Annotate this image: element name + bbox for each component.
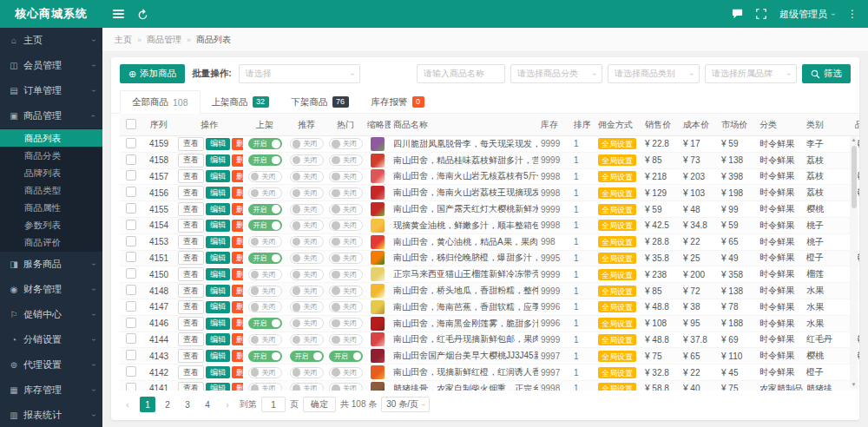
select-all-checkbox[interactable] — [126, 119, 136, 129]
view-button[interactable]: 查看 — [178, 284, 204, 298]
toggle-switch[interactable]: 关闭 — [290, 301, 324, 312]
edit-button[interactable]: 编辑 — [206, 333, 230, 345]
product-thumbnail[interactable] — [371, 332, 385, 346]
edit-button[interactable]: 编辑 — [206, 268, 230, 280]
sidebar-item-reports[interactable]: ▥报表统计› — [0, 403, 102, 427]
sidebar-item-orders[interactable]: ▤订单管理› — [0, 78, 102, 103]
product-thumbnail[interactable] — [371, 267, 385, 281]
product-thumbnail[interactable] — [371, 235, 385, 249]
edit-button[interactable]: 编辑 — [206, 203, 230, 215]
toggle-switch[interactable]: 关闭 — [248, 286, 282, 297]
goto-page-input[interactable]: 1 — [261, 397, 286, 412]
commission-badge[interactable]: 全局设置 — [598, 301, 636, 312]
delete-button[interactable]: 删除 — [232, 285, 243, 297]
row-checkbox[interactable] — [126, 252, 136, 262]
table-scrollbar[interactable]: ▲ ▼ — [850, 136, 858, 389]
edit-button[interactable]: 编辑 — [206, 170, 230, 182]
view-button[interactable]: 查看 — [178, 382, 204, 391]
toggle-switch[interactable]: 开启 — [248, 220, 282, 231]
toggle-switch[interactable]: 开启 — [248, 318, 282, 329]
row-checkbox[interactable] — [126, 220, 136, 230]
sidebar-subitem[interactable]: 商品评价 — [0, 233, 102, 251]
page-button-1[interactable]: 1 — [140, 397, 155, 412]
row-checkbox[interactable] — [126, 187, 136, 197]
edit-button[interactable]: 编辑 — [206, 366, 230, 378]
commission-badge[interactable]: 全局设置 — [598, 220, 636, 231]
delete-button[interactable]: 删除 — [232, 350, 243, 362]
toggle-switch[interactable]: 关闭 — [290, 236, 324, 247]
scroll-down-icon[interactable]: ▼ — [850, 381, 858, 389]
toggle-switch[interactable]: 关闭 — [248, 301, 282, 312]
toggle-switch[interactable]: 关闭 — [290, 187, 324, 199]
per-page-select[interactable]: 30 条/页 › — [381, 397, 430, 412]
product-thumbnail[interactable] — [371, 284, 385, 298]
product-thumbnail[interactable] — [371, 137, 385, 151]
product-thumbnail[interactable] — [371, 251, 385, 265]
toggle-switch[interactable]: 关闭 — [329, 171, 363, 182]
sidebar-subitem[interactable]: 品牌列表 — [0, 164, 102, 181]
delete-button[interactable]: 删除 — [232, 220, 243, 232]
commission-badge[interactable]: 全局设置 — [598, 154, 636, 166]
edit-button[interactable]: 编辑 — [206, 383, 230, 391]
toggle-switch[interactable]: 关闭 — [248, 269, 282, 280]
sidebar-subitem[interactable]: 商品类型 — [0, 181, 102, 199]
sidebar-item-inventory[interactable]: ▦库存管理› — [0, 378, 102, 403]
breadcrumb-item[interactable]: 商品管理 — [147, 34, 181, 46]
edit-button[interactable]: 编辑 — [206, 285, 230, 297]
view-button[interactable]: 查看 — [178, 219, 204, 233]
row-checkbox[interactable] — [126, 318, 136, 328]
product-thumbnail[interactable] — [371, 300, 385, 314]
tab-下架商品[interactable]: 下架商品76 — [280, 91, 360, 113]
view-button[interactable]: 查看 — [178, 267, 204, 281]
sidebar-item-members[interactable]: ◫会员管理› — [0, 53, 102, 78]
more-options-icon[interactable]: ⋮ — [847, 8, 858, 20]
edit-button[interactable]: 编辑 — [206, 252, 230, 264]
collapse-sidebar-icon[interactable] — [113, 10, 124, 18]
row-checkbox[interactable] — [126, 170, 136, 181]
toggle-switch[interactable]: 关闭 — [248, 171, 282, 182]
toggle-switch[interactable]: 关闭 — [329, 269, 363, 280]
sidebar-item-home[interactable]: ⌂主页› — [0, 28, 102, 53]
toggle-switch[interactable]: 关闭 — [290, 220, 324, 231]
toggle-switch[interactable]: 开启 — [329, 351, 363, 362]
delete-button[interactable]: 删除 — [232, 383, 243, 391]
toggle-switch[interactable]: 关闭 — [290, 138, 324, 149]
page-button-2[interactable]: 2 — [160, 397, 175, 412]
message-icon[interactable] — [732, 9, 743, 19]
toggle-switch[interactable]: 关闭 — [329, 318, 363, 329]
toggle-switch[interactable]: 关闭 — [290, 253, 324, 264]
toggle-switch[interactable]: 关闭 — [329, 286, 363, 297]
view-button[interactable]: 查看 — [178, 365, 204, 379]
row-checkbox[interactable] — [126, 285, 136, 295]
view-button[interactable]: 查看 — [178, 169, 204, 183]
sidebar-subitem[interactable]: 商品属性 — [0, 199, 102, 216]
row-checkbox[interactable] — [126, 301, 136, 312]
toggle-switch[interactable]: 关闭 — [248, 236, 282, 247]
delete-button[interactable]: 删除 — [232, 333, 243, 345]
toggle-switch[interactable]: 关闭 — [329, 187, 363, 199]
toggle-switch[interactable]: 开启 — [290, 351, 324, 362]
toggle-switch[interactable]: 开启 — [248, 253, 282, 264]
toggle-switch[interactable]: 关闭 — [329, 154, 363, 166]
sidebar-item-service-goods[interactable]: ◨服务商品› — [0, 252, 102, 277]
admin-user-menu[interactable]: 超级管理员 › — [779, 8, 834, 21]
row-checkbox[interactable] — [126, 203, 136, 214]
tab-上架商品[interactable]: 上架商品32 — [201, 91, 280, 113]
row-checkbox[interactable] — [126, 383, 136, 391]
commission-badge[interactable]: 全局设置 — [598, 383, 636, 391]
sidebar-item-promotion[interactable]: ⚐促销中心› — [0, 302, 102, 327]
toggle-switch[interactable]: 关闭 — [329, 253, 363, 264]
product-name-input[interactable]: 请输入商品名称 — [417, 64, 505, 83]
delete-button[interactable]: 删除 — [232, 236, 243, 248]
commission-badge[interactable]: 全局设置 — [598, 351, 636, 362]
breadcrumb-item[interactable]: 主页 — [115, 34, 132, 46]
fullscreen-icon[interactable] — [756, 9, 766, 19]
view-button[interactable]: 查看 — [178, 137, 204, 151]
type-filter-select[interactable]: 请选择商品类别 › — [608, 64, 700, 83]
sidebar-item-finance[interactable]: ◉财务管理› — [0, 277, 102, 302]
scrollbar-thumb[interactable] — [852, 146, 857, 208]
commission-badge[interactable]: 全局设置 — [598, 253, 636, 264]
toggle-switch[interactable]: 开启 — [248, 204, 282, 215]
toggle-switch[interactable]: 关闭 — [248, 187, 282, 199]
edit-button[interactable]: 编辑 — [206, 187, 230, 199]
